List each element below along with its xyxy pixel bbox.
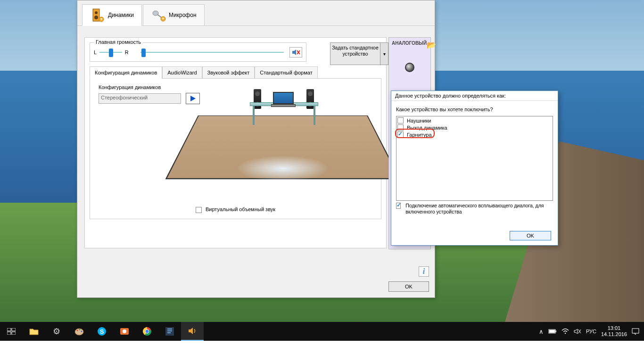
taskbar-settings[interactable]: ⚙ xyxy=(45,322,68,341)
svg-rect-10 xyxy=(7,332,11,335)
room-visualization xyxy=(193,82,372,200)
bottom-white-area xyxy=(0,341,644,362)
info-button[interactable]: i xyxy=(419,266,429,277)
audio-jack-indicator[interactable] xyxy=(405,63,414,72)
balance-left-label: L xyxy=(94,49,97,55)
dialog-ok-button[interactable]: OK xyxy=(510,231,551,240)
svg-point-13 xyxy=(77,330,78,331)
tray-date: 14.11.2016 xyxy=(601,331,627,337)
tab-speaker-config[interactable]: Конфигурация динамиков xyxy=(90,66,162,79)
svg-point-15 xyxy=(81,331,83,332)
option-headset-checkbox[interactable] xyxy=(397,132,404,138)
svg-point-14 xyxy=(79,329,81,330)
virtual-surround-checkbox[interactable] xyxy=(196,207,202,213)
balance-right-label: R xyxy=(125,49,129,55)
taskbar-screenshot-tool[interactable] xyxy=(113,322,136,341)
tray-show-hidden-icon[interactable]: ∧ xyxy=(539,328,544,335)
main-volume-slider[interactable] xyxy=(140,52,284,53)
option-headset-label: Гарнитура xyxy=(407,132,432,138)
microphone-icon xyxy=(151,8,166,23)
svg-point-2 xyxy=(94,16,98,19)
tab-microphone-label: Микрофон xyxy=(169,12,196,18)
tray-wifi-icon[interactable] xyxy=(561,328,569,335)
connector-settings-icon[interactable]: 📂 xyxy=(427,41,436,49)
svg-rect-0 xyxy=(93,9,99,21)
set-default-device-button[interactable]: Задать стандартное устройство xyxy=(330,42,380,65)
svg-rect-28 xyxy=(549,330,555,333)
svg-rect-25 xyxy=(165,327,174,336)
speakers-icon xyxy=(90,8,105,23)
svg-rect-8 xyxy=(7,328,11,331)
balance-slider[interactable] xyxy=(99,52,122,53)
option-headphones-label: Наушники xyxy=(407,118,431,123)
svg-rect-27 xyxy=(555,330,556,332)
speaker-config-select[interactable]: Стереофонический xyxy=(99,93,181,104)
device-option-list: Наушники Выход динамика Гарнитура xyxy=(396,116,553,201)
main-volume-group: Главная громкость L R xyxy=(90,42,306,62)
option-headset-row[interactable]: Гарнитура xyxy=(397,131,552,138)
svg-rect-11 xyxy=(12,332,16,335)
tray-clock[interactable]: 13:01 14.11.2016 xyxy=(601,325,627,337)
windows-taskbar: ⚙ S ∧ РУС 13:01 1 xyxy=(0,322,644,341)
config-tab-strip: Конфигурация динамиков AudioWizard Звуко… xyxy=(90,66,381,79)
tab-speakers-label: Динамики xyxy=(108,12,134,18)
tray-language[interactable]: РУС xyxy=(586,329,596,334)
tray-battery-icon[interactable] xyxy=(548,329,557,334)
taskbar-audio-manager[interactable] xyxy=(181,322,204,341)
main-content-panel: Главная громкость L R Задать стандартное… xyxy=(84,37,387,248)
svg-point-29 xyxy=(565,333,566,334)
tab-default-format[interactable]: Стандартный формат xyxy=(255,66,317,78)
auto-popup-label: Подключение автоматического всплывающего… xyxy=(405,203,553,215)
volume-group-title: Главная громкость xyxy=(94,39,143,45)
tray-notifications-icon[interactable] xyxy=(632,328,639,335)
taskbar-skype[interactable]: S xyxy=(91,322,113,341)
tab-audiowizard[interactable]: AudioWizard xyxy=(162,66,202,78)
realtek-audio-window: Динамики Микрофон Главная громкость L R xyxy=(77,0,435,298)
taskbar-paint[interactable] xyxy=(68,322,91,341)
taskbar-chrome[interactable] xyxy=(136,322,158,341)
tab-speakers[interactable]: Динамики xyxy=(82,4,142,26)
tray-volume-icon[interactable] xyxy=(574,328,581,335)
option-speaker-out-row[interactable]: Выход динамика xyxy=(397,124,552,131)
tray-time: 13:01 xyxy=(601,325,627,331)
speaker-config-panel: Конфигурация динамиков Стереофонический xyxy=(90,79,381,219)
analog-title: АНАЛОГОВЫЙ xyxy=(392,41,427,46)
mute-button[interactable] xyxy=(289,47,302,58)
main-ok-button[interactable]: OK xyxy=(388,281,429,292)
virtual-surround-row: Виртуальный объемный звук xyxy=(90,206,381,213)
svg-rect-9 xyxy=(12,328,16,331)
dialog-title: Данное устройство должно определяться ка… xyxy=(391,91,558,101)
dialog-question: Какое устройство вы хотете поключить? xyxy=(391,101,558,115)
auto-popup-checkbox[interactable] xyxy=(396,203,401,209)
taskbar-taskview[interactable] xyxy=(0,322,23,341)
svg-text:S: S xyxy=(100,328,104,335)
taskbar-file-explorer[interactable] xyxy=(23,322,45,341)
taskbar-editor[interactable] xyxy=(158,322,181,341)
auto-popup-row: Подключение автоматического всплывающего… xyxy=(391,202,558,216)
device-tab-strip: Динамики Микрофон xyxy=(77,0,435,26)
svg-point-24 xyxy=(146,330,149,333)
option-speaker-out-checkbox[interactable] xyxy=(397,124,404,131)
device-detection-dialog: Данное устройство должно определяться ка… xyxy=(391,90,558,246)
svg-point-1 xyxy=(95,11,98,14)
virtual-surround-label: Виртуальный объемный звук xyxy=(206,206,275,212)
svg-point-19 xyxy=(123,329,126,333)
option-headphones-row[interactable]: Наушники xyxy=(397,117,552,124)
tab-sound-effect[interactable]: Звуковой эффект xyxy=(202,66,255,78)
laptop-icon xyxy=(271,92,296,108)
option-speaker-out-label: Выход динамика xyxy=(407,125,447,131)
tab-microphone[interactable]: Микрофон xyxy=(143,4,204,25)
svg-rect-32 xyxy=(632,329,639,333)
set-default-dropdown[interactable]: ▾ xyxy=(380,42,388,65)
option-headphones-checkbox[interactable] xyxy=(397,117,404,123)
